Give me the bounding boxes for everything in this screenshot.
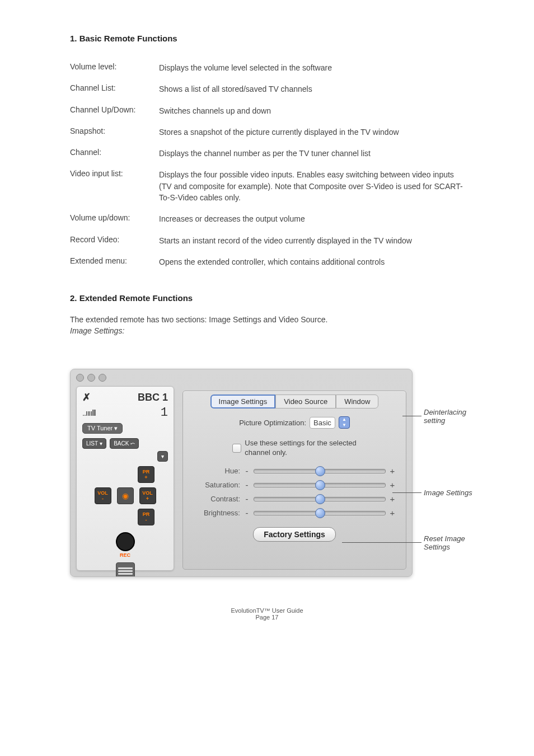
saturation-label: Saturation: <box>193 481 240 489</box>
list-button[interactable]: LIST ▾ <box>82 438 106 449</box>
term-channel-updown: Channel Up/Down: <box>70 102 159 120</box>
term-extended-menu: Extended menu: <box>70 253 159 271</box>
picture-optimization-select[interactable]: Basic <box>310 417 335 429</box>
window: ✗ BBC 1 ..ıııılll 1 TV Tuner ▾ LIST <box>70 369 413 577</box>
chevron-down-icon: ▾ <box>114 425 118 431</box>
chevron-down-icon: ▾ <box>161 453 164 459</box>
footer-page: Page 17 <box>70 614 464 621</box>
tuner-dropdown[interactable]: TV Tuner ▾ <box>82 423 123 434</box>
term-volume-level: Volume level: <box>70 59 159 77</box>
record-label: REC <box>82 552 168 558</box>
term-record-video: Record Video: <box>70 232 159 250</box>
antenna-icon: ✗ <box>82 391 91 403</box>
vol-up-button[interactable]: VOL + <box>139 487 156 504</box>
desc-channel-updown: Switches channels up and down <box>159 102 464 120</box>
po-value: Basic <box>313 419 331 427</box>
plus-icon: + <box>389 481 396 489</box>
desc-video-input: Displays the four possible video inputs.… <box>159 166 464 206</box>
section2-heading: 2. Extended Remote Functions <box>70 293 464 303</box>
callout-line <box>392 492 421 493</box>
term-channel-list: Channel List: <box>70 80 159 98</box>
section2-intro: The extended remote has two sections: Im… <box>70 315 464 324</box>
tab-window[interactable]: Window <box>336 395 378 408</box>
camera-icon: ◉ <box>122 491 129 500</box>
callout-reset: Reset Image Settings <box>424 534 465 551</box>
channel-only-label: Use these settings for the selected chan… <box>245 439 356 458</box>
term-video-input: Video input list: <box>70 166 159 206</box>
contrast-slider[interactable] <box>254 497 386 501</box>
po-stepper[interactable]: ▲ ▼ <box>339 416 350 429</box>
minus-icon: - <box>243 495 250 503</box>
desc-channel-list: Shows a list of all stored/saved TV chan… <box>159 80 464 98</box>
minus-icon: - <box>102 496 104 501</box>
channel-name: BBC 1 <box>138 392 168 403</box>
stepper-up-icon[interactable]: ▲ <box>342 417 346 422</box>
plus-icon: + <box>146 496 149 501</box>
channel-number: 1 <box>161 406 168 420</box>
tab-bar: Image Settings Video Source Window <box>183 395 406 408</box>
stepper-down-icon[interactable]: ▼ <box>342 422 346 428</box>
desc-volume-level: Displays the volume level selected in th… <box>159 59 464 77</box>
vol-label: VOL <box>142 490 153 496</box>
page-footer: EvolutionTV™ User Guide Page 17 <box>70 607 464 621</box>
desc-volume-updown: Increases or decreases the output volume <box>159 210 464 228</box>
term-channel: Channel: <box>70 144 159 162</box>
sliders-group: Hue: - + Saturation: - + Contrast: - <box>193 467 396 517</box>
hue-slider[interactable] <box>254 469 386 473</box>
vol-down-button[interactable]: VOL - <box>95 487 111 504</box>
window-controls[interactable] <box>76 374 106 382</box>
section1-heading: 1. Basic Remote Functions <box>70 34 464 43</box>
chevron-down-icon: ▾ <box>100 440 102 447</box>
plus-icon: + <box>389 495 396 503</box>
plus-icon: + <box>389 509 396 517</box>
minus-icon: - <box>243 481 250 489</box>
back-button[interactable]: BACK ⤺ <box>110 438 139 449</box>
tab-image-settings[interactable]: Image Settings <box>210 395 276 408</box>
close-icon[interactable] <box>76 374 84 382</box>
volume-bars: ..ıııılll <box>82 408 96 417</box>
desc-record-video: Starts an instant record of the video cu… <box>159 232 464 250</box>
plus-icon: + <box>389 467 396 475</box>
section2-sub: Image Settings: <box>70 326 464 335</box>
remote-panel: ✗ BBC 1 ..ıııılll 1 TV Tuner ▾ LIST <box>76 386 174 571</box>
pr-label: PR <box>143 469 150 475</box>
desc-extended-menu: Opens the extended controller, which con… <box>159 253 464 271</box>
figure: ✗ BBC 1 ..ıııılll 1 TV Tuner ▾ LIST <box>70 369 495 581</box>
term-snapshot: Snapshot: <box>70 123 159 141</box>
contrast-label: Contrast: <box>193 495 240 503</box>
pr-down-button[interactable]: PR - <box>138 509 154 525</box>
saturation-slider[interactable] <box>254 483 386 487</box>
extended-menu-button[interactable] <box>116 562 135 577</box>
minus-icon: - <box>243 509 250 517</box>
snapshot-button[interactable]: ◉ <box>117 487 134 504</box>
cb-line1: Use these settings for the selected <box>245 439 356 448</box>
tab-video-source[interactable]: Video Source <box>275 395 336 408</box>
callout-deinterlacing: Deinterlacing setting <box>424 408 466 425</box>
factory-settings-button[interactable]: Factory Settings <box>253 527 336 542</box>
picture-optimization-label: Picture Optimization: <box>239 419 306 427</box>
callout-line <box>402 416 421 416</box>
minimize-icon[interactable] <box>87 374 95 382</box>
definitions-table: Volume level: Displays the volume level … <box>70 55 464 274</box>
minus-icon: - <box>243 467 250 475</box>
cb-line2: channel only. <box>245 448 356 458</box>
record-button[interactable] <box>116 532 135 551</box>
brightness-label: Brightness: <box>193 509 240 517</box>
settings-panel: Image Settings Video Source Window Pictu… <box>182 391 406 570</box>
brightness-slider[interactable] <box>254 511 386 515</box>
hue-label: Hue: <box>193 467 240 475</box>
vol-label: VOL <box>97 490 108 496</box>
zoom-icon[interactable] <box>99 374 106 382</box>
footer-title: EvolutionTV™ User Guide <box>70 607 464 614</box>
pr-label: PR <box>143 511 150 517</box>
channel-only-checkbox[interactable] <box>232 444 241 453</box>
back-label: BACK <box>114 440 129 447</box>
pr-up-button[interactable]: PR + <box>138 466 154 483</box>
mute-button[interactable]: ▾ <box>157 451 168 462</box>
back-icon: ⤺ <box>130 440 135 447</box>
minus-icon: - <box>146 517 147 523</box>
term-volume-updown: Volume up/down: <box>70 210 159 228</box>
plus-icon: + <box>144 475 147 480</box>
tuner-label: TV Tuner <box>87 425 113 431</box>
desc-snapshot: Stores a snapshot of the picture current… <box>159 123 464 141</box>
